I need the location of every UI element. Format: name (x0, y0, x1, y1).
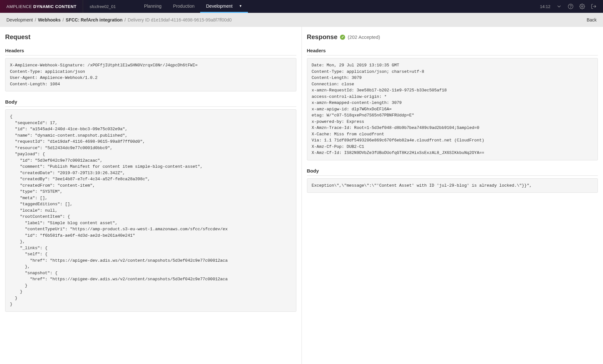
nav-tab-development[interactable]: Development ▼ (200, 0, 248, 13)
nav-right: 14:12 (540, 4, 603, 9)
top-nav: AMPLIENCE DYNAMIC CONTENT sfccfree02_01 … (0, 0, 603, 13)
svg-point-1 (571, 7, 571, 8)
response-title: Response ✓ (202 Accepted) (307, 33, 598, 41)
main-content: Request Headers X-Amplience-Webhook-Sign… (0, 27, 603, 364)
response-headers-heading: Headers (307, 48, 598, 55)
svg-point-0 (568, 4, 573, 9)
response-body-block[interactable]: Exception\",\"message\":\"'Content Asset… (307, 178, 598, 193)
crumb-delivery-id: Delivery ID d1e19daf-4116-4698-9615-99a8… (128, 17, 232, 22)
breadcrumb: Development / Webhooks / SFCC: RefArch i… (6, 17, 232, 22)
response-status: (202 Accepted) (348, 34, 380, 40)
hub-name[interactable]: sfccfree02_01 (83, 0, 122, 13)
brand-light: AMPLIENCE (6, 4, 32, 9)
response-body-heading: Body (307, 168, 598, 176)
response-title-text: Response (307, 33, 338, 41)
brand-heavy: DYNAMIC CONTENT (33, 4, 77, 9)
crumb-integration[interactable]: SFCC: RefArch integration (66, 17, 123, 22)
chevron-down-icon: ▼ (239, 4, 242, 8)
crumb-webhooks[interactable]: Webhooks (38, 17, 61, 22)
nav-tab-planning[interactable]: Planning (138, 0, 167, 13)
crumb-development[interactable]: Development (6, 17, 33, 22)
breadcrumb-bar: Development / Webhooks / SFCC: RefArch i… (0, 13, 603, 27)
request-body-heading: Body (5, 99, 296, 107)
response-pane: Response ✓ (202 Accepted) Headers Date: … (302, 27, 603, 364)
svg-point-2 (582, 6, 583, 7)
request-body-block[interactable]: { "sequenceId": 17, "id": "a1545ad4-240d… (5, 109, 296, 312)
request-headers-heading: Headers (5, 48, 296, 55)
nav-tabs: Planning Production Development ▼ (138, 0, 248, 13)
request-pane: Request Headers X-Amplience-Webhook-Sign… (0, 27, 302, 364)
back-button[interactable]: Back (587, 17, 597, 22)
crumb-sep: / (35, 17, 36, 22)
success-badge-icon: ✓ (340, 35, 345, 40)
settings-icon[interactable] (579, 4, 585, 9)
nav-tab-production[interactable]: Production (167, 0, 200, 13)
crumb-sep: / (124, 17, 126, 22)
request-title: Request (5, 33, 296, 41)
request-headers-block[interactable]: X-Amplience-Webhook-Signature: /xPOFfjIU… (5, 58, 296, 91)
help-icon[interactable] (568, 4, 573, 9)
clock-time: 14:12 (540, 4, 550, 9)
response-headers-block[interactable]: Date: Mon, 29 Jul 2019 13:10:35 GMT Cont… (307, 58, 598, 160)
brand-logo: AMPLIENCE DYNAMIC CONTENT (0, 4, 83, 9)
nav-tab-development-label: Development (206, 4, 233, 9)
logout-icon[interactable] (591, 4, 597, 9)
chevron-down-icon[interactable] (556, 4, 562, 9)
crumb-sep: / (63, 17, 64, 22)
